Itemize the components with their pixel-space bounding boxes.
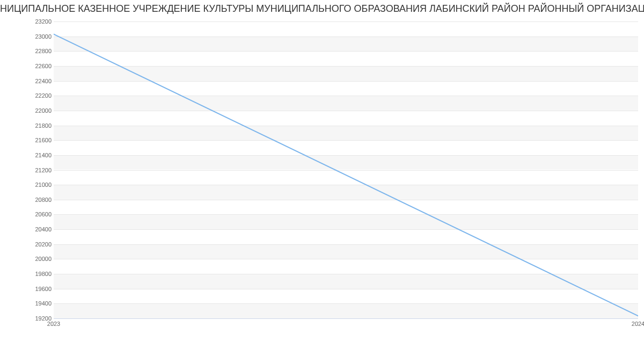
y-tick-label: 21600 — [25, 137, 52, 143]
y-tick-label: 22400 — [25, 78, 52, 84]
x-tick-label: 2024 — [632, 321, 644, 327]
y-tick-label: 19800 — [25, 271, 52, 277]
y-tick-label: 22200 — [25, 92, 52, 99]
y-tick-label: 22800 — [25, 48, 52, 54]
y-tick-label: 21000 — [25, 181, 52, 188]
y-tick-label: 21200 — [25, 167, 52, 173]
y-tick-label: 19600 — [25, 286, 52, 292]
y-tick-label: 21400 — [25, 152, 52, 158]
chart-title: НИЦИПАЛЬНОЕ КАЗЕННОЕ УЧРЕЖДЕНИЕ КУЛЬТУРЫ… — [0, 3, 644, 14]
plot-area — [54, 21, 638, 318]
data-line — [54, 21, 638, 318]
x-axis-line — [54, 318, 638, 319]
y-tick-label: 21800 — [25, 122, 52, 129]
y-tick-label: 20400 — [25, 226, 52, 232]
y-tick-label: 20800 — [25, 197, 52, 203]
y-tick-label: 22600 — [25, 63, 52, 69]
y-tick-label: 20200 — [25, 241, 52, 248]
y-tick-label: 23000 — [25, 33, 52, 40]
x-tick-label: 2023 — [47, 321, 60, 327]
y-tick-label: 20600 — [25, 211, 52, 217]
y-tick-label: 22000 — [25, 107, 52, 114]
y-tick-label: 20000 — [25, 256, 52, 262]
y-tick-label: 23200 — [25, 18, 52, 25]
y-tick-label: 19400 — [25, 300, 52, 307]
